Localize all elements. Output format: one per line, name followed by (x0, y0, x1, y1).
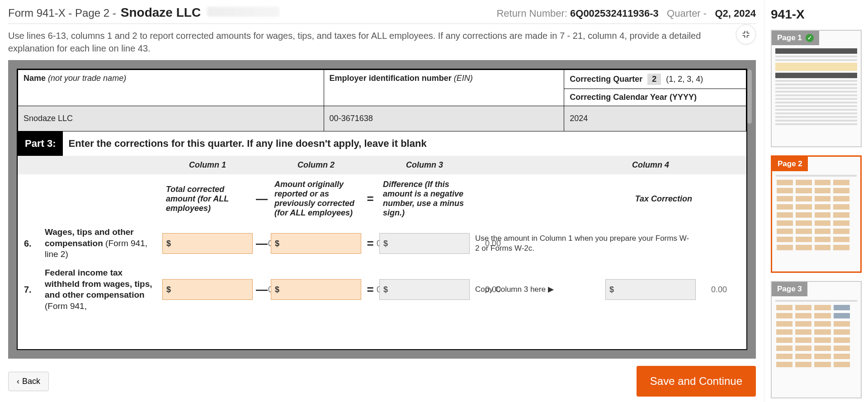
part3-badge: Part 3: (18, 131, 63, 156)
line-6-col2-input[interactable]: $ (271, 233, 361, 254)
minus-symbol: — (253, 237, 271, 251)
minimize-icon (741, 30, 750, 39)
correcting-year-value: 2024 (564, 106, 746, 131)
sidebar-title: 941-X (771, 7, 862, 22)
page-navigator-sidebar: 941-X Page 1 ✓ Page 2 (764, 0, 868, 402)
scrollbar[interactable] (747, 70, 752, 124)
equals-symbol: = (361, 237, 379, 251)
col2-desc: Amount originally reported or as previou… (271, 180, 361, 218)
save-continue-button[interactable]: Save and Continue (637, 366, 756, 397)
back-button-label: Back (22, 377, 40, 386)
quarter-value: Q2, 2024 (715, 8, 756, 19)
page-thumb-3[interactable]: Page 3 (771, 281, 862, 398)
col4-header: Column 4 (605, 160, 696, 170)
form-viewport: Name (not your trade name) Employer iden… (8, 60, 756, 359)
name-field-label: Name (24, 74, 46, 83)
line-7-label-sub: (Form 941, (45, 301, 87, 311)
ein-field-value: 00-3671638 (324, 106, 564, 131)
minus-symbol: — (253, 192, 271, 206)
page-thumb-1-label: Page 1 ✓ (772, 31, 819, 45)
correcting-quarter-hint: (1, 2, 3, 4) (666, 75, 703, 84)
line-7-label: Federal income tax withheld from wages, … (45, 267, 162, 312)
correcting-quarter-label: Correcting Quarter (570, 75, 642, 84)
company-name: Snodaze LLC (121, 5, 201, 20)
col4-desc: Tax Correction (605, 194, 696, 204)
exit-fullscreen-button[interactable] (736, 24, 756, 44)
line-7-number: 7. (18, 285, 45, 295)
col3-desc: Difference (If this amount is a negative… (379, 180, 470, 218)
instructions-text: Use lines 6-13, columns 1 and 2 to repor… (8, 24, 756, 60)
line-6-number: 6. (18, 238, 45, 249)
line-6-label: Wages, tips and other compensation (Form… (45, 227, 162, 260)
line-6-col1-input[interactable]: $ (162, 233, 253, 254)
ein-field-sub: (EIN) (454, 74, 473, 83)
column-number-row: Column 1 Column 2 Column 3 Column 4 (18, 156, 746, 174)
page-thumb-3-text: Page 3 (777, 285, 802, 294)
correcting-year-label: Correcting Calendar Year (YYYY) (570, 93, 697, 102)
part3-header: Part 3: Enter the corrections for this q… (18, 131, 746, 156)
line-7-col3-output: $ (379, 279, 470, 300)
form-header-table: Name (not your trade name) Employer iden… (18, 70, 746, 131)
line-7-note: Copy Column 3 here ▶ (470, 285, 605, 294)
page-thumb-2-label: Page 2 (772, 157, 808, 171)
line-7-col2-input[interactable]: $ (271, 279, 361, 300)
page-thumb-3-label: Page 3 (772, 282, 807, 296)
col1-header: Column 1 (162, 160, 253, 170)
footer-bar: ‹ Back Save and Continue (8, 359, 756, 397)
check-icon: ✓ (806, 34, 814, 42)
form-title: Form 941-X - Page 2 - (8, 7, 116, 19)
ein-field-label: Employer identification number (330, 74, 452, 83)
page-thumb-1[interactable]: Page 1 ✓ (771, 30, 862, 147)
name-field-value: Snodaze LLC (18, 106, 324, 131)
col3-header: Column 3 (379, 160, 470, 170)
line-7-col1-input[interactable]: $ (162, 279, 253, 300)
line-6-row: 6. Wages, tips and other compensation (F… (18, 223, 746, 264)
page-thumb-1-text: Page 1 (777, 33, 802, 42)
return-number-value: 6Q002532411936-3 (570, 8, 659, 19)
page-thumb-2[interactable]: Page 2 (771, 155, 862, 273)
line-7-label-main: Federal income tax withheld from wages, … (45, 268, 152, 299)
page-header: Form 941-X - Page 2 - Snodaze LLC Return… (8, 4, 756, 24)
equals-symbol: = (361, 192, 379, 206)
name-field-sub: (not your trade name) (48, 74, 126, 83)
equals-symbol: = (361, 283, 379, 297)
part3-title: Enter the corrections for this quarter. … (63, 131, 746, 156)
ein-redacted (207, 7, 279, 17)
line-7-row: 7. Federal income tax withheld from wage… (18, 264, 746, 316)
back-button[interactable]: ‹ Back (8, 372, 49, 391)
line-6-col3-output: $ (379, 233, 470, 254)
line-7-col4-output: $ (605, 279, 696, 300)
page-thumb-2-text: Page 2 (778, 159, 802, 168)
col2-header: Column 2 (271, 160, 361, 170)
column-desc-row: Total corrected amount (for ALL employee… (18, 174, 746, 223)
chevron-left-icon: ‹ (17, 377, 19, 386)
col1-desc: Total corrected amount (for ALL employee… (162, 185, 253, 213)
minus-symbol: — (253, 283, 271, 297)
line-6-note: Use the amount in Column 1 when you prep… (470, 234, 696, 253)
correcting-quarter-value: 2 (647, 74, 661, 85)
return-number-label: Return Number: (496, 8, 567, 19)
quarter-label: Quarter - (667, 8, 707, 19)
